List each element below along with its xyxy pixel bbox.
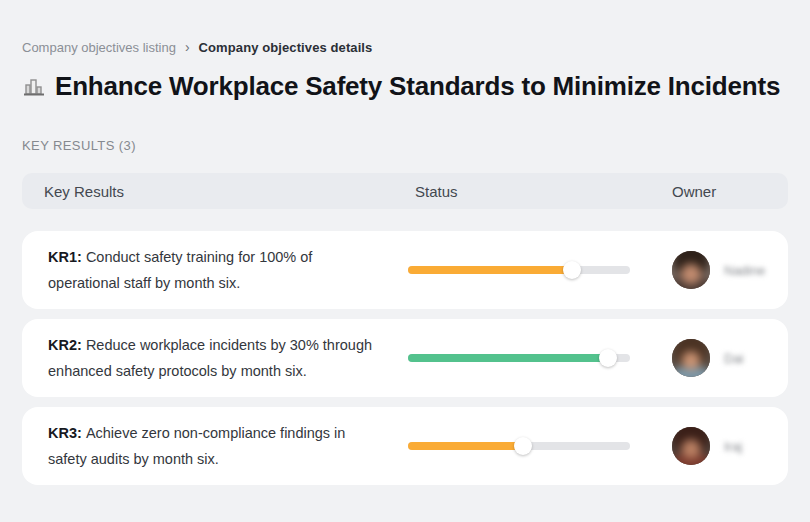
table-row[interactable]: KR1: Conduct safety training for 100% of… [22,231,788,309]
status-cell [408,354,672,362]
progress-fill [408,442,523,450]
chevron-right-icon: › [185,40,190,54]
avatar [672,427,710,465]
objective-title-row: Enhance Workplace Safety Standards to Mi… [22,71,788,102]
status-cell [408,442,672,450]
kr-number-label: KR3: [48,425,86,441]
breadcrumb-details-current: Company objectives details [199,40,373,55]
kr-text: Conduct safety training for 100% of oper… [48,249,312,291]
progress-slider[interactable] [408,266,630,274]
progress-slider-handle[interactable] [514,437,532,455]
progress-slider[interactable] [408,354,630,362]
breadcrumb: Company objectives listing › Company obj… [22,40,788,55]
owner-cell: Iraj [672,427,788,465]
avatar [672,339,710,377]
breadcrumb-listing-link[interactable]: Company objectives listing [22,40,176,55]
status-cell [408,266,672,274]
owner-name: Nadine [724,263,765,278]
column-header-owner: Owner [672,183,788,200]
kr-text: Reduce workplace incidents by 30% throug… [48,337,372,379]
table-row[interactable]: KR3: Achieve zero non-compliance finding… [22,407,788,485]
key-results-list: KR1: Conduct safety training for 100% of… [22,231,788,485]
progress-fill [408,354,608,362]
kr-description: KR3: Achieve zero non-compliance finding… [22,420,382,472]
progress-fill [408,266,572,274]
table-header-row: Key Results Status Owner [22,173,788,209]
page-title: Enhance Workplace Safety Standards to Mi… [55,71,780,102]
column-header-status: Status [408,183,672,200]
key-results-section-label: KEY RESULTS (3) [22,138,788,153]
owner-name: Iraj [724,439,742,454]
kr-description: KR1: Conduct safety training for 100% of… [22,244,382,296]
objective-details-page: Company objectives listing › Company obj… [0,0,810,522]
owner-cell: Dai [672,339,788,377]
progress-slider[interactable] [408,442,630,450]
kr-number-label: KR1: [48,249,86,265]
column-header-key-results: Key Results [22,183,408,200]
owner-name: Dai [724,351,744,366]
buildings-icon [22,75,46,99]
kr-description: KR2: Reduce workplace incidents by 30% t… [22,332,382,384]
owner-cell: Nadine [672,251,788,289]
table-row[interactable]: KR2: Reduce workplace incidents by 30% t… [22,319,788,397]
progress-slider-handle[interactable] [563,261,581,279]
avatar [672,251,710,289]
kr-text: Achieve zero non-compliance findings in … [48,425,345,467]
kr-number-label: KR2: [48,337,86,353]
progress-slider-handle[interactable] [599,349,617,367]
